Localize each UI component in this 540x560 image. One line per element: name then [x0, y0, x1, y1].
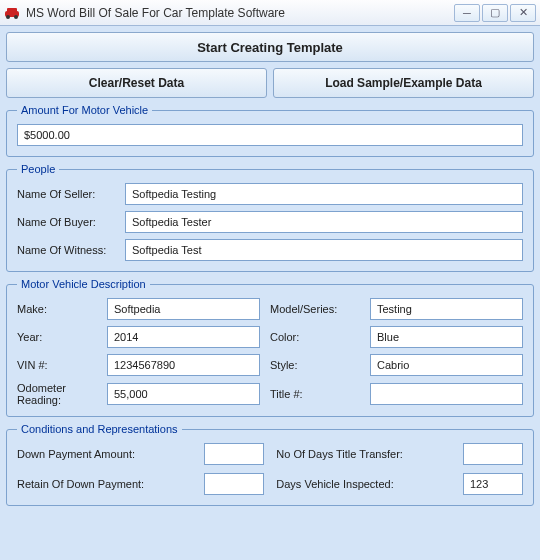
make-label: Make:: [17, 303, 97, 315]
svg-point-3: [14, 15, 18, 19]
people-fieldset: People Name Of Seller: Name Of Buyer: Na…: [6, 163, 534, 272]
people-legend: People: [17, 163, 59, 175]
odometer-input[interactable]: [107, 383, 260, 405]
titlebar: MS Word Bill Of Sale For Car Template So…: [0, 0, 540, 26]
app-icon: [4, 5, 20, 21]
witness-label: Name Of Witness:: [17, 244, 125, 256]
maximize-button[interactable]: ▢: [482, 4, 508, 22]
title-input[interactable]: [370, 383, 523, 405]
vin-label: VIN #:: [17, 359, 97, 371]
content-area: Start Creating Template Clear/Reset Data…: [0, 26, 540, 518]
action-button-row: Clear/Reset Data Load Sample/Example Dat…: [6, 68, 534, 98]
model-label: Model/Series:: [270, 303, 360, 315]
vehicle-legend: Motor Vehicle Description: [17, 278, 150, 290]
svg-point-2: [6, 15, 10, 19]
amount-fieldset: Amount For Motor Vehicle: [6, 104, 534, 157]
year-input[interactable]: [107, 326, 260, 348]
retain-input[interactable]: [204, 473, 264, 495]
seller-label: Name Of Seller:: [17, 188, 125, 200]
color-label: Color:: [270, 331, 360, 343]
title-label: Title #:: [270, 388, 360, 400]
days-transfer-input[interactable]: [463, 443, 523, 465]
days-transfer-label: No Of Days Title Transfer:: [276, 448, 451, 460]
make-input[interactable]: [107, 298, 260, 320]
retain-label: Retain Of Down Payment:: [17, 478, 192, 490]
style-input[interactable]: [370, 354, 523, 376]
window-controls: ─ ▢ ✕: [454, 4, 536, 22]
buyer-input[interactable]: [125, 211, 523, 233]
model-input[interactable]: [370, 298, 523, 320]
vin-input[interactable]: [107, 354, 260, 376]
odometer-label: Odometer Reading:: [17, 382, 97, 406]
seller-input[interactable]: [125, 183, 523, 205]
amount-legend: Amount For Motor Vehicle: [17, 104, 152, 116]
svg-rect-1: [7, 8, 17, 13]
minimize-button[interactable]: ─: [454, 4, 480, 22]
conditions-fieldset: Conditions and Representations Down Paym…: [6, 423, 534, 506]
clear-reset-button[interactable]: Clear/Reset Data: [6, 68, 267, 98]
days-inspected-label: Days Vehicle Inspected:: [276, 478, 451, 490]
conditions-legend: Conditions and Representations: [17, 423, 182, 435]
vehicle-fieldset: Motor Vehicle Description Make: Model/Se…: [6, 278, 534, 417]
amount-input[interactable]: [17, 124, 523, 146]
style-label: Style:: [270, 359, 360, 371]
window-title: MS Word Bill Of Sale For Car Template So…: [26, 6, 454, 20]
color-input[interactable]: [370, 326, 523, 348]
start-creating-button[interactable]: Start Creating Template: [6, 32, 534, 62]
year-label: Year:: [17, 331, 97, 343]
down-payment-label: Down Payment Amount:: [17, 448, 192, 460]
days-inspected-input[interactable]: [463, 473, 523, 495]
witness-input[interactable]: [125, 239, 523, 261]
down-payment-input[interactable]: [204, 443, 264, 465]
close-button[interactable]: ✕: [510, 4, 536, 22]
buyer-label: Name Of Buyer:: [17, 216, 125, 228]
load-sample-button[interactable]: Load Sample/Example Data: [273, 68, 534, 98]
